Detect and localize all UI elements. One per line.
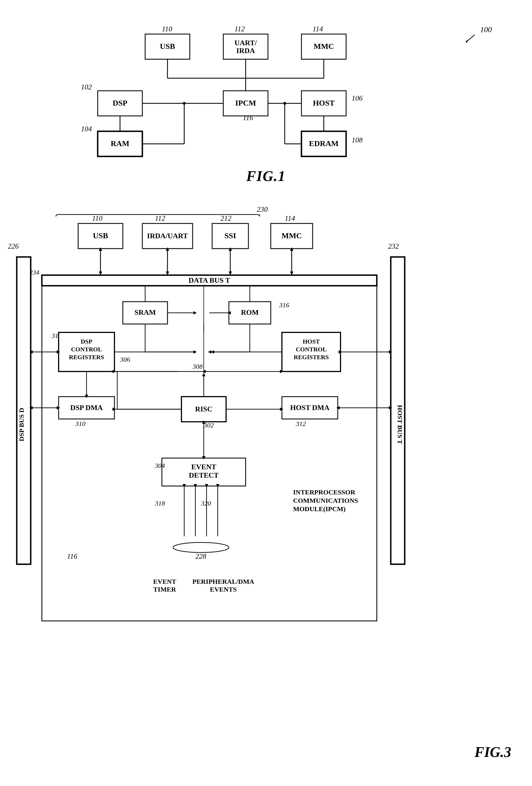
svg-text:SSI: SSI — [224, 231, 236, 240]
svg-text:IPCM: IPCM — [235, 99, 256, 107]
svg-text:212: 212 — [220, 214, 232, 222]
svg-text:306: 306 — [120, 356, 130, 363]
svg-text:100: 100 — [480, 25, 492, 34]
svg-text:114: 114 — [313, 25, 323, 33]
svg-text:DSP DMA: DSP DMA — [70, 403, 103, 412]
svg-text:EVENT: EVENT — [153, 578, 176, 585]
svg-text:308: 308 — [192, 363, 203, 370]
svg-text:IRDA: IRDA — [236, 47, 255, 55]
svg-text:CONTROL: CONTROL — [71, 346, 102, 353]
svg-text:102: 102 — [81, 83, 92, 91]
svg-text:110: 110 — [92, 214, 102, 222]
svg-text:228: 228 — [195, 552, 206, 560]
svg-text:HOST DMA: HOST DMA — [290, 403, 330, 412]
svg-text:FIG.3: FIG.3 — [474, 744, 511, 760]
svg-text:PERIPHERAL/DMA: PERIPHERAL/DMA — [192, 578, 254, 585]
svg-text:112: 112 — [235, 25, 245, 33]
svg-text:318: 318 — [155, 500, 165, 507]
svg-text:DSP: DSP — [81, 338, 92, 345]
svg-text:MODULE(IPCM): MODULE(IPCM) — [293, 505, 345, 512]
svg-text:ROM: ROM — [241, 308, 259, 317]
svg-text:CONTROL: CONTROL — [296, 346, 327, 353]
svg-text:230: 230 — [257, 205, 268, 213]
svg-text:MMC: MMC — [313, 42, 334, 50]
svg-text:112: 112 — [155, 214, 165, 222]
svg-text:EDRAM: EDRAM — [309, 139, 339, 148]
svg-text:114: 114 — [285, 214, 295, 222]
svg-text:DETECT: DETECT — [189, 471, 219, 479]
svg-text:HOST: HOST — [313, 99, 335, 107]
fig1-diagram: 100 110 USB 112 UART/ IRDA 114 MMC — [0, 17, 532, 179]
svg-text:COMMUNICATIONS: COMMUNICATIONS — [293, 497, 358, 504]
svg-text:116: 116 — [243, 114, 253, 122]
svg-text:USB: USB — [160, 42, 175, 50]
svg-text:106: 106 — [352, 94, 363, 102]
fig3-section: 230 110 112 212 114 USB IRDA/UART SSI MM… — [0, 201, 532, 774]
fig1-label: FIG.1 — [246, 168, 286, 184]
svg-text:226: 226 — [8, 242, 19, 250]
svg-text:HOST BUS T: HOST BUS T — [396, 405, 404, 444]
svg-marker-82 — [193, 311, 197, 315]
svg-text:302: 302 — [203, 421, 214, 429]
svg-text:SRAM: SRAM — [135, 308, 156, 317]
svg-text:310: 310 — [75, 420, 86, 427]
svg-text:TIMER: TIMER — [153, 586, 176, 593]
svg-point-176 — [173, 542, 229, 553]
svg-text:DSP: DSP — [113, 99, 127, 107]
svg-text:RISC: RISC — [195, 405, 212, 413]
svg-text:110: 110 — [162, 25, 172, 33]
svg-text:IRDA/UART: IRDA/UART — [147, 232, 188, 240]
svg-text:HOST: HOST — [303, 338, 320, 345]
svg-text:REGISTERS: REGISTERS — [69, 354, 104, 361]
fig1-section: 100 110 USB 112 UART/ IRDA 114 MMC — [0, 17, 532, 179]
svg-marker-2 — [465, 40, 468, 43]
svg-text:USB: USB — [93, 231, 108, 240]
svg-text:RAM: RAM — [111, 139, 129, 148]
svg-text:REGISTERS: REGISTERS — [294, 354, 329, 361]
svg-text:UART/: UART/ — [235, 39, 257, 47]
svg-text:104: 104 — [81, 125, 92, 133]
svg-text:316: 316 — [279, 301, 289, 309]
svg-text:DSP BUS D: DSP BUS D — [18, 408, 25, 441]
svg-text:304: 304 — [155, 462, 165, 469]
svg-text:EVENT: EVENT — [191, 463, 216, 471]
svg-text:INTERPROCESSOR: INTERPROCESSOR — [293, 488, 355, 496]
svg-text:108: 108 — [352, 136, 363, 144]
svg-text:232: 232 — [388, 242, 399, 250]
svg-text:DATA BUS T: DATA BUS T — [189, 276, 230, 284]
svg-text:116: 116 — [67, 552, 77, 560]
svg-text:312: 312 — [296, 420, 306, 427]
svg-text:320: 320 — [201, 500, 211, 507]
svg-text:MMC: MMC — [281, 231, 302, 240]
page-container: 100 110 USB 112 UART/ IRDA 114 MMC — [0, 0, 532, 786]
svg-text:EVENTS: EVENTS — [210, 586, 237, 593]
fig3-diagram: 230 110 112 212 114 USB IRDA/UART SSI MM… — [0, 201, 532, 774]
